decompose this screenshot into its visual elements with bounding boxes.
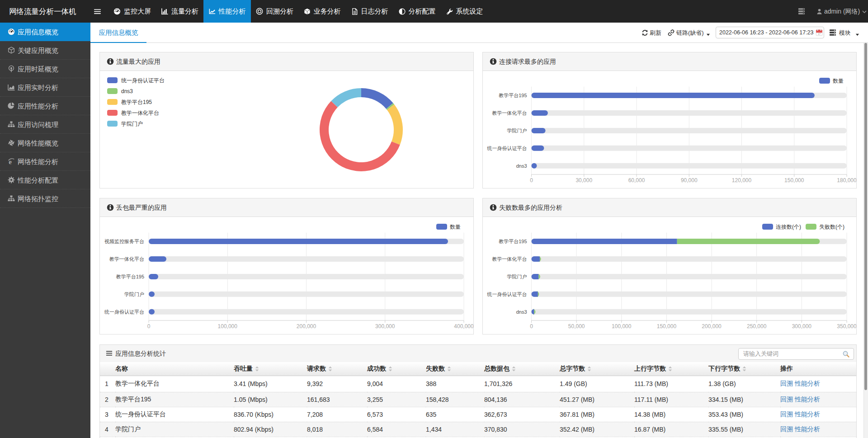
svg-text:学院门户: 学院门户 — [507, 274, 527, 279]
svg-text:30,000: 30,000 — [576, 177, 592, 184]
svg-text:200,000: 200,000 — [297, 323, 316, 330]
svg-text:视频监控服务平台: 视频监控服务平台 — [104, 239, 144, 244]
svg-text:400,000: 400,000 — [454, 323, 473, 330]
svg-text:180,000: 180,000 — [837, 177, 856, 184]
svg-text:250,000: 250,000 — [747, 323, 767, 330]
svg-text:数量: 数量 — [833, 78, 844, 84]
svg-text:60,000: 60,000 — [628, 177, 645, 184]
svg-text:300,000: 300,000 — [792, 323, 812, 330]
svg-text:120,000: 120,000 — [732, 177, 752, 184]
svg-text:100,000: 100,000 — [612, 323, 632, 330]
svg-text:dns3: dns3 — [516, 309, 527, 315]
svg-text:教学平台195: 教学平台195 — [499, 239, 527, 244]
svg-text:17: 17 — [818, 33, 821, 35]
svg-text:50,000: 50,000 — [568, 323, 585, 330]
svg-text:失败数(个): 失败数(个) — [819, 224, 844, 230]
svg-text:350,000: 350,000 — [837, 323, 856, 330]
svg-text:教学平台195: 教学平台195 — [116, 274, 144, 279]
svg-text:0: 0 — [530, 177, 533, 184]
svg-text:100,000: 100,000 — [218, 323, 238, 330]
svg-text:连接数(个): 连接数(个) — [776, 224, 801, 230]
svg-text:150,000: 150,000 — [657, 323, 677, 330]
svg-text:统一身份认证平台: 统一身份认证平台 — [487, 146, 527, 151]
svg-text:学院门户: 学院门户 — [124, 292, 144, 297]
svg-text:0: 0 — [147, 323, 151, 330]
svg-text:0: 0 — [530, 323, 533, 330]
svg-text:dns3: dns3 — [516, 163, 527, 169]
svg-text:教学一体化平台: 教学一体化平台 — [492, 256, 527, 262]
svg-text:数量: 数量 — [450, 224, 461, 230]
svg-text:150,000: 150,000 — [784, 177, 804, 184]
svg-text:300,000: 300,000 — [375, 323, 395, 330]
svg-text:教学平台195: 教学平台195 — [499, 93, 527, 98]
svg-text:统一身份认证平台: 统一身份认证平台 — [487, 292, 527, 297]
svg-text:教学一体化平台: 教学一体化平台 — [492, 110, 527, 116]
svg-text:统一身份认证平台: 统一身份认证平台 — [104, 309, 144, 315]
svg-text:学院门户: 学院门户 — [507, 128, 527, 133]
svg-text:200,000: 200,000 — [702, 323, 722, 330]
svg-text:教学一体化平台: 教学一体化平台 — [109, 256, 144, 262]
svg-text:90,000: 90,000 — [681, 177, 698, 184]
